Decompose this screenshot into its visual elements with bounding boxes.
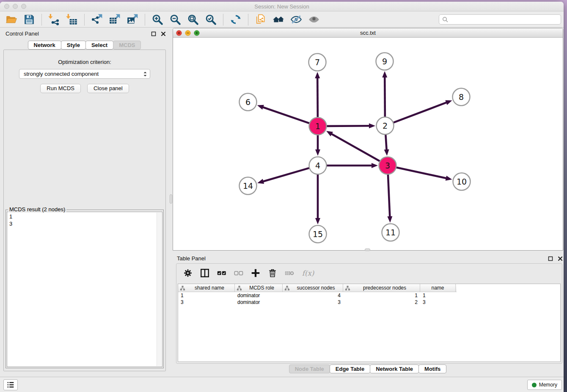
graph-node-label-6: 6 [245,97,250,107]
cell-shared-name[interactable]: 1 [178,292,235,299]
export-image-button[interactable] [124,13,141,26]
cell-mcds-role[interactable]: dominator [235,299,283,306]
cell-successor-nodes[interactable]: 4 [283,292,343,299]
edge-2-3[interactable] [385,135,386,150]
export-image-icon [127,14,138,25]
open-network-file-button[interactable] [252,13,270,26]
open-session-button[interactable] [3,13,20,26]
table-row[interactable]: 1dominator411 [178,292,560,299]
table-tab-edge-table[interactable]: Edge Table [330,364,370,373]
network-canvas[interactable]: 1234678910111415 [173,38,563,250]
edge-1-6[interactable] [262,107,309,123]
float-table-panel-icon[interactable] [548,256,553,262]
gear-icon [183,268,193,278]
zoom-out-button[interactable] [166,13,184,26]
result-scrollbar[interactable] [157,213,162,366]
plus-icon [250,268,261,278]
network-view-frame: scc.txt 1234678910111415 [173,28,563,251]
close-table-panel-icon[interactable] [557,256,563,262]
mcds-result-area[interactable]: 13 [7,212,162,367]
edge-2-9[interactable] [385,77,385,117]
frame-minimize-icon[interactable] [185,30,191,36]
frame-close-icon[interactable] [176,30,182,36]
select-all-rows-button[interactable] [217,268,227,279]
import-table-button[interactable] [63,13,81,26]
tab-mcds[interactable]: MCDS [113,41,141,50]
control-panel-title: Control Panel [6,30,39,37]
zoom-fit-button[interactable] [184,13,202,26]
column-header-label: name [422,285,454,291]
tab-style[interactable]: Style [61,41,86,50]
save-session-button[interactable] [20,13,38,26]
toggle-column-view-button[interactable] [200,268,210,279]
node-table: shared nameMCDS rolesuccessor nodesprede… [178,284,561,362]
horizontal-splitter-handle[interactable] [365,248,370,251]
edge-4-14[interactable] [263,168,309,182]
hide-selected-button[interactable] [287,13,305,26]
edge-2-8[interactable] [394,102,447,123]
cell-predecessor-nodes[interactable]: 2 [343,299,420,306]
edge-3-10[interactable] [396,167,447,178]
memory-label: Memory [539,382,557,388]
edge-3-1[interactable] [331,134,380,161]
network-frame-titlebar[interactable]: scc.txt [173,28,563,38]
cell-name[interactable]: 3 [420,299,456,306]
table-tab-node-table[interactable]: Node Table [289,364,330,373]
float-panel-icon[interactable] [151,31,157,37]
edge-1-2[interactable] [327,126,370,126]
column-header-predecessor-nodes[interactable]: predecessor nodes [343,284,420,292]
zoom-selected-button[interactable] [202,13,220,26]
tab-select[interactable]: Select [85,41,113,50]
run-mcds-button[interactable]: Run MCDS [40,84,81,93]
export-network-button[interactable] [88,13,106,26]
add-column-button[interactable] [250,268,261,279]
column-header-shared-name[interactable]: shared name [178,284,235,292]
cell-predecessor-nodes[interactable]: 1 [343,292,420,299]
cell-mcds-role[interactable]: dominator [235,292,283,299]
search-field[interactable] [439,14,561,25]
mcds-panel: Optimization criterion: strongly connect… [3,50,166,371]
frame-maximize-icon[interactable] [194,30,200,36]
svg-text:f(x): f(x) [302,269,315,277]
column-header-name[interactable]: name [420,284,456,292]
cell-shared-name[interactable]: 3 [178,299,235,306]
refresh-view-button[interactable] [227,13,245,26]
function-builder-button: f(x) [301,268,314,279]
table-tab-network-table[interactable]: Network Table [370,364,419,373]
table-tab-motifs[interactable]: Motifs [418,364,446,373]
edge-1-7[interactable] [317,77,318,117]
column-header-successor-nodes[interactable]: successor nodes [283,284,343,292]
table-settings-button[interactable] [183,268,193,279]
column-header-label: shared name [186,285,233,291]
export-table-button[interactable] [106,13,124,26]
show-all-button[interactable] [305,13,323,26]
edge-3-11[interactable] [388,174,390,217]
tab-network[interactable]: Network [28,41,61,50]
memory-button[interactable]: Memory [527,380,562,390]
task-history-button[interactable] [3,379,18,390]
criterion-dropdown-value: strongly connected component [24,71,99,77]
cell-successor-nodes[interactable]: 3 [283,299,343,306]
graph-node-label-7: 7 [315,58,320,67]
cell-name[interactable]: 1 [420,292,456,299]
list-icon [6,380,15,389]
zoom-in-button[interactable] [149,13,166,26]
edge-arrowhead [315,218,320,224]
search-input[interactable] [448,15,561,24]
close-panel-icon[interactable] [160,31,166,37]
table-body: 1dominator4113dominator323 [178,292,560,306]
home-layout-button[interactable] [270,13,287,26]
toolbar-separator [223,14,223,25]
deselect-all-rows-button[interactable] [234,268,244,279]
vertical-splitter-handle[interactable] [170,194,172,204]
delete-row-button[interactable] [267,268,278,279]
criterion-dropdown[interactable]: strongly connected component [19,69,150,79]
deselect-all-icon [234,268,244,278]
column-header-mcds-role[interactable]: MCDS role [235,284,283,292]
import-network-button[interactable] [45,13,63,26]
main-titlebar[interactable]: Session: New Session [0,2,564,11]
mcds-result-lines: 13 [7,212,162,227]
table-row[interactable]: 3dominator323 [178,299,560,306]
graph-node-label-4: 4 [315,161,320,170]
close-panel-button[interactable]: Close panel [87,84,129,93]
